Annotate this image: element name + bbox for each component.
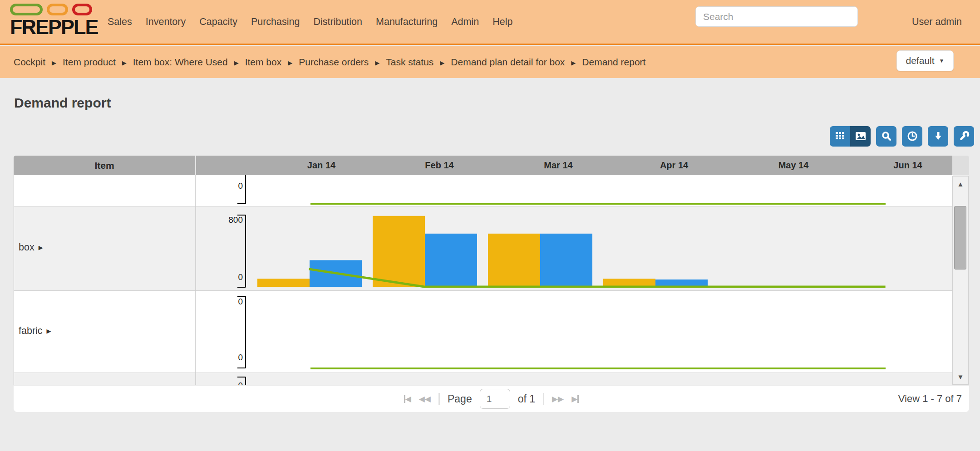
breadcrumb-item[interactable]: Item product	[63, 57, 116, 68]
demand-report-grid: Item Jan 14Feb 14Mar 14Apr 14May 14Jun 1…	[14, 156, 969, 385]
expand-row-icon[interactable]: ▶	[39, 244, 43, 251]
scrollbar-thumb[interactable]	[954, 206, 966, 270]
view-selector-button[interactable]: default ▼	[896, 50, 954, 71]
previous-page-button[interactable]: ◀◀	[419, 395, 431, 403]
item-row-label: box	[19, 242, 34, 253]
breadcrumb-separator-icon: ▶	[440, 59, 444, 66]
page-number-input[interactable]	[480, 389, 510, 409]
view-range-info: View 1 - 7 of 7	[898, 386, 962, 412]
page-label: Page	[448, 393, 472, 405]
breadcrumb-separator-icon: ▶	[375, 59, 379, 66]
month-header-jun-14: Jun 14	[893, 156, 922, 175]
view-selector-label: default	[906, 55, 935, 66]
menu-item-capacity[interactable]: Capacity	[199, 16, 237, 28]
grid-header-row: Item Jan 14Feb 14Mar 14Apr 14May 14Jun 1…	[14, 156, 952, 175]
breadcrumb-separator-icon: ▶	[52, 59, 56, 66]
frepple-logo[interactable]: FREPPLE	[10, 4, 101, 42]
axis-label: 0	[238, 297, 243, 306]
month-header-mar-14: Mar 14	[544, 156, 572, 175]
expand-row-icon[interactable]: ▶	[47, 328, 51, 334]
scroll-up-icon[interactable]: ▲	[953, 180, 968, 188]
main-menu: SalesInventoryCapacityPurchasingDistribu…	[108, 0, 512, 44]
axis-label: 0	[238, 381, 243, 385]
report-toolbar	[830, 126, 974, 147]
customize-button[interactable]	[954, 126, 974, 147]
vertical-scrollbar[interactable]: ▲ ▼	[952, 176, 969, 385]
menu-item-manufacturing[interactable]: Manufacturing	[376, 16, 438, 28]
wrench-icon	[958, 130, 970, 142]
export-button[interactable]	[928, 126, 948, 147]
pager-bar: ◀ ◀◀ Page of 1 ▶▶ ▶ View 1 - 7 of 7	[14, 386, 969, 412]
logo-pills-icon	[10, 4, 101, 15]
page-title: Demand report	[14, 95, 111, 111]
breadcrumb-separator-icon: ▶	[234, 59, 239, 66]
menu-item-sales[interactable]: Sales	[108, 16, 132, 28]
axis-label: 800	[228, 215, 243, 225]
month-header-jan-14: Jan 14	[307, 156, 335, 175]
last-page-button[interactable]: ▶	[571, 395, 579, 403]
breadcrumb-bar: Cockpit▶Item product▶Item box: Where Use…	[0, 46, 980, 78]
breadcrumb-separator-icon: ▶	[288, 59, 292, 66]
item-row-fabric[interactable]: fabric▶	[19, 325, 51, 337]
breadcrumb-item[interactable]: Purchase orders	[299, 57, 369, 68]
breadcrumb: Cockpit▶Item product▶Item box: Where Use…	[14, 46, 645, 78]
frepple-app: FREPPLE SalesInventoryCapacityPurchasing…	[0, 0, 980, 451]
top-navbar: FREPPLE SalesInventoryCapacityPurchasing…	[0, 0, 980, 45]
axis-label: 0	[238, 353, 243, 362]
menu-item-inventory[interactable]: Inventory	[146, 16, 186, 28]
breadcrumb-item[interactable]: Cockpit	[14, 57, 45, 68]
magnifier-icon	[881, 130, 892, 142]
image-icon	[854, 130, 867, 142]
page-count-label: of 1	[518, 393, 535, 405]
search-input[interactable]	[695, 6, 858, 27]
crosstab-chart-canvas: 08000000	[14, 175, 953, 385]
table-icon	[834, 130, 846, 142]
breadcrumb-separator-icon: ▶	[122, 59, 127, 66]
menu-item-distribution[interactable]: Distribution	[313, 16, 362, 28]
breadcrumb-item[interactable]: Demand plan detail for box	[451, 57, 565, 68]
breadcrumb-item[interactable]: Task status	[386, 57, 433, 68]
item-row-box[interactable]: box▶	[19, 242, 43, 253]
axis-label: 0	[238, 181, 243, 191]
logo-text: FREPPLE	[10, 15, 101, 39]
arrow-down-icon	[932, 130, 944, 142]
item-row-label: fabric	[19, 325, 43, 337]
grid-body: 08000000box▶fabric▶	[14, 175, 952, 385]
breadcrumb-separator-icon: ▶	[571, 59, 576, 66]
time-buckets-button[interactable]	[902, 126, 922, 147]
clock-icon	[906, 130, 918, 142]
menu-item-help[interactable]: Help	[492, 16, 512, 28]
first-page-button[interactable]: ◀	[404, 395, 411, 403]
user-menu[interactable]: User admin	[912, 0, 962, 44]
chevron-down-icon: ▼	[939, 58, 945, 64]
axis-label: 0	[238, 272, 243, 282]
month-header-may-14: May 14	[778, 156, 809, 175]
breadcrumb-item[interactable]: Demand report	[582, 57, 645, 68]
month-header-feb-14: Feb 14	[425, 156, 453, 175]
menu-item-admin[interactable]: Admin	[451, 16, 479, 28]
scroll-down-icon[interactable]: ▼	[953, 373, 968, 381]
month-header-apr-14: Apr 14	[660, 156, 688, 175]
next-page-button[interactable]: ▶▶	[552, 395, 564, 403]
breadcrumb-item[interactable]: Item box	[245, 57, 282, 68]
breadcrumb-item[interactable]: Item box: Where Used	[133, 57, 228, 68]
search-button[interactable]	[876, 126, 896, 147]
item-column-header: Item	[14, 156, 195, 175]
graph-view-button[interactable]	[850, 126, 871, 147]
grid-view-button[interactable]	[830, 126, 850, 147]
menu-item-purchasing[interactable]: Purchasing	[251, 16, 300, 28]
